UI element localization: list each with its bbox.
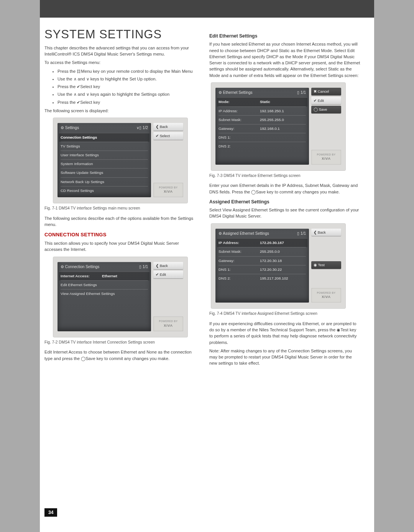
- conn-edit: Edit Internet Access to choose between E…: [44, 349, 196, 361]
- tv-row[interactable]: DNS 1:: [219, 133, 306, 142]
- post-fig73: Enter your own Ethernet details in the I…: [209, 182, 360, 195]
- tv-row[interactable]: User Interface Settings: [61, 151, 148, 159]
- tv-row[interactable]: Connection Settings: [59, 133, 150, 142]
- back-button[interactable]: ❮ Back: [153, 262, 183, 270]
- assigned-heading: Assigned Ethernet Settings: [209, 199, 360, 205]
- tv-counter: ▯ 1/1: [297, 231, 306, 237]
- access-lead: To access the Settings menu:: [44, 59, 196, 65]
- step: Use the ∧ and ∨ keys to highlight the Se…: [58, 76, 196, 82]
- back-button[interactable]: ❮ Back: [153, 123, 183, 131]
- post-fig74: If you are experiencing difficulties con…: [209, 321, 360, 345]
- tv-counter: ▯ 1/1: [297, 90, 306, 96]
- tv-row[interactable]: Edit Ethernet Settings: [61, 280, 148, 289]
- tv-row[interactable]: Gateway:172.20.30.18: [219, 256, 306, 265]
- edit-eth-body: If you have selected Ethernet as your ch…: [209, 41, 360, 78]
- tv-title: Assigned Ethernet Settings: [219, 231, 269, 237]
- step: Press the ✔Select key: [58, 83, 196, 90]
- access-steps: Press the 目Menu key on your remote contr…: [44, 68, 196, 105]
- edit-eth-heading: Edit Ethernet Settings: [209, 33, 360, 39]
- left-column: SYSTEM SETTINGS This chapter describes t…: [44, 21, 196, 369]
- select-button[interactable]: ✔ Select: [153, 132, 183, 140]
- cancel-button[interactable]: ✖ Cancel: [311, 88, 341, 95]
- fig-7-1: Settings ∨▯ 1/2 Connection Settings TV S…: [53, 118, 188, 203]
- test-button[interactable]: ◉ Test: [311, 261, 341, 269]
- connection-settings-heading: CONNECTION SETTINGS: [44, 231, 196, 239]
- tv-row[interactable]: Internet Access:Ethernet: [59, 272, 150, 280]
- page-number: 34: [44, 508, 57, 517]
- step: Use the ∧ and ∨ keys again to highlight …: [58, 91, 196, 97]
- tv-row[interactable]: Software Update Settings: [61, 168, 148, 177]
- conn-intro: This section allows you to specify how y…: [44, 240, 196, 252]
- fig-7-3: Ethernet Settings ▯ 1/1 Mode:Static IP A…: [211, 82, 346, 171]
- fig-caption: Fig. 7-3 DMS4 TV interface Ethernet Sett…: [209, 173, 360, 179]
- back-button[interactable]: ❮ Back: [311, 229, 341, 236]
- tv-row[interactable]: Subnet Mask:255.255.255.0: [219, 115, 306, 124]
- right-column: Edit Ethernet Settings If you have selec…: [209, 21, 360, 369]
- fig-7-4: Assigned Ethernet Settings ▯ 1/1 IP Addr…: [211, 223, 346, 309]
- step: Press the 目Menu key on your remote contr…: [58, 68, 196, 74]
- brand-badge: POWERED BYXiVA: [153, 316, 183, 331]
- tv-row[interactable]: System Information: [61, 159, 148, 168]
- tv-row[interactable]: Mode:Static: [217, 97, 307, 106]
- tv-row[interactable]: CD Record Settings: [61, 186, 148, 195]
- fig-caption: Fig. 7-4 DMS4 TV interface Assigned Ethe…: [209, 311, 360, 317]
- intro-text: This chapter describes the advanced sett…: [44, 45, 196, 57]
- edit-button[interactable]: ✔ Edit: [153, 271, 183, 278]
- note: Note: After making changes to any of the…: [209, 348, 360, 367]
- brand-badge: POWERED BYXiVA: [311, 150, 341, 164]
- page-title: SYSTEM SETTINGS: [44, 26, 196, 43]
- tv-row[interactable]: Subnet Mask:255.255.0.0: [219, 247, 306, 256]
- fig-7-2: Connection Settings ▯ 1/1 Internet Acces…: [53, 257, 188, 337]
- step: Press the ✔Select key: [58, 99, 196, 105]
- top-accent-bar: [40, 0, 374, 18]
- edit-button[interactable]: ✔ Edit: [311, 97, 341, 105]
- tv-row[interactable]: DNS 2:: [219, 142, 306, 151]
- tv-title: Settings: [61, 125, 79, 131]
- tv-row[interactable]: View Assigned Ethernet Settings: [61, 289, 148, 298]
- tv-row[interactable]: Network Back Up Settings: [61, 177, 148, 186]
- assigned-lead: Select View Assigned Ethernet Settings t…: [209, 207, 360, 219]
- post-steps: The following screen is displayed:: [44, 108, 196, 114]
- tv-title: Ethernet Settings: [219, 90, 253, 96]
- tv-row[interactable]: IP Address:172.20.30.167: [217, 238, 307, 247]
- tv-title: Connection Settings: [61, 264, 99, 270]
- tv-row[interactable]: Gateway:192.168.0.1: [219, 124, 306, 133]
- tv-counter: ∨▯ 1/2: [136, 125, 148, 131]
- tv-row[interactable]: IP Address:192.168.250.1: [219, 106, 306, 115]
- fig-caption: Fig. 7-2 DMS4 TV interface Internet Conn…: [44, 340, 196, 345]
- brand-badge: POWERED BYXiVA: [153, 183, 183, 197]
- tv-row[interactable]: TV Settings: [61, 142, 148, 151]
- save-button[interactable]: ◯ Save: [311, 106, 341, 113]
- post-fig71: The following sections describe each of …: [44, 215, 196, 228]
- brand-badge: POWERED BYXiVA: [311, 288, 341, 303]
- tv-row[interactable]: DNS 1:172.20.30.22: [219, 265, 306, 274]
- fig-caption: Fig. 7-1 DMS4 TV interface Settings main…: [44, 206, 196, 211]
- tv-row[interactable]: DNS 2:195.217.208.102: [219, 274, 306, 283]
- tv-counter: ▯ 1/1: [139, 264, 148, 270]
